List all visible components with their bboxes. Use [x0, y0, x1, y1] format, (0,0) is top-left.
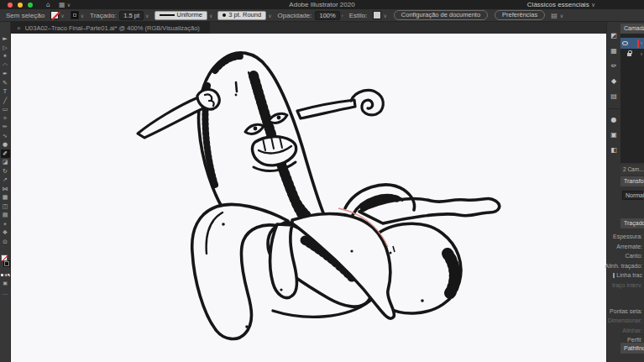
shaper-tool[interactable]: ✧ — [1, 114, 10, 123]
blend-mode-dropdown[interactable]: Normal — [622, 191, 643, 200]
selection-tool[interactable]: ► — [1, 34, 10, 44]
tab-transform[interactable]: Transformar — [620, 176, 644, 186]
paintbrush-tool[interactable]: ✐ — [1, 150, 10, 159]
fill-none-indicator[interactable] — [1, 254, 8, 261]
arrow-scale-label: Dimensionar: — [620, 316, 644, 326]
layer-color-bar — [637, 39, 639, 48]
fill-chevron-icon[interactable]: ∨ — [60, 13, 64, 18]
gradient-icon[interactable]: ▤ — [609, 91, 620, 102]
rotate-tool[interactable]: ↻ — [1, 167, 10, 176]
swatches-icon[interactable]: ▦ — [609, 45, 620, 56]
banana-character-artwork — [11, 34, 606, 362]
smooth-tool[interactable]: ∿ — [1, 132, 10, 141]
eyedropper-tool[interactable]: ⌖ — [1, 220, 10, 229]
titlebar: ⌂ ▦ ∨ Adobe Illustrator 2020 Clássicos e… — [0, 0, 644, 9]
home-icon[interactable]: ⌂ — [46, 0, 50, 9]
tab-pathfinder[interactable]: Pathfinder — [620, 343, 644, 354]
hand-tool[interactable]: ❖ — [1, 228, 10, 238]
touch-workspace-icon[interactable]: ▤ — [551, 12, 558, 19]
lock-icon[interactable] — [627, 53, 631, 56]
gradient-button[interactable] — [4, 274, 7, 276]
drawing-mode-icon[interactable]: ▣ — [0, 280, 10, 286]
opacity-chevron-icon[interactable]: › — [342, 13, 343, 18]
direct-selection-tool[interactable]: ▷ — [1, 44, 10, 53]
touch-workspace-chevron-icon: ∨ — [560, 13, 563, 18]
expand-layer-icon[interactable]: › — [641, 40, 642, 46]
pencil-tool[interactable]: ✏ — [1, 123, 10, 132]
width-tool[interactable]: ⋈ — [1, 185, 10, 194]
brush-definition-value: 3 pt. Round — [228, 11, 261, 19]
fill-swatch[interactable] — [50, 11, 59, 19]
stroke-weight-chevron-icon[interactable]: ∨ — [145, 13, 149, 18]
stroke-weight-field[interactable]: 1.5 pt — [119, 11, 144, 20]
width-profile-value: Uniforme — [177, 11, 202, 19]
appearance-icon[interactable]: ● — [609, 114, 620, 125]
zoom-window-button[interactable] — [28, 3, 33, 8]
magic-wand-tool[interactable]: ✶ — [1, 52, 10, 61]
stroke-align-label: Alinh. traçado: — [620, 261, 644, 271]
uniform-profile-icon — [160, 14, 175, 16]
dashed-line-label: Linha trac — [616, 270, 642, 281]
document-tab[interactable]: × U03A02–Traco Final–Parte01.ai* @ 400% … — [11, 22, 210, 34]
symbols-icon[interactable]: ◆ — [609, 76, 620, 87]
zoom-tool[interactable]: ⊙ — [1, 238, 10, 247]
none-button[interactable] — [8, 274, 10, 276]
free-transform-tool[interactable]: ▦ — [1, 193, 10, 202]
chevron-down-icon: ∨ — [591, 2, 595, 8]
line-segment-tool[interactable]: ╱ — [1, 97, 10, 106]
layer-row-locked[interactable]: › — [620, 49, 644, 60]
width-profile-dropdown[interactable]: Uniforme — [154, 11, 207, 20]
edit-toolbar-button[interactable]: … — [0, 290, 10, 296]
transparency-panel: Normal — [620, 188, 644, 217]
artboards-icon[interactable]: ▣ — [609, 129, 620, 140]
fill-stroke-indicator[interactable] — [0, 253, 11, 271]
workspace-name: Clássicos essenciais — [527, 1, 589, 8]
selection-status: Sem seleção — [6, 12, 45, 19]
expand-layer-icon[interactable]: › — [641, 51, 642, 57]
curvature-tool[interactable]: ✎ — [1, 79, 10, 88]
gradient-tool[interactable]: ▤ — [1, 211, 10, 220]
document-tab-title: U03A02–Traco Final–Parte01.ai* @ 400% (R… — [25, 24, 200, 32]
style-chevron-icon[interactable]: ∨ — [383, 13, 386, 18]
minimize-window-button[interactable] — [18, 3, 23, 8]
document-setup-button[interactable]: Configuração de documento — [394, 10, 488, 20]
close-window-button[interactable] — [8, 3, 13, 8]
canvas[interactable] — [11, 34, 606, 362]
eraser-tool[interactable]: ◪ — [1, 158, 10, 167]
brush-definition-dropdown[interactable]: 3 pt. Round — [217, 11, 266, 20]
control-bar: Sem seleção ∨ ∨ Traçado: 1.5 pt ∨ Unifor… — [0, 9, 644, 22]
opacity-field[interactable]: 100% — [315, 11, 339, 20]
style-swatch[interactable] — [373, 11, 381, 19]
scale-tool[interactable]: ↗ — [1, 176, 10, 185]
type-tool[interactable]: T — [1, 87, 10, 97]
asset-export-icon[interactable]: ◧ — [609, 144, 620, 155]
arrange-caret-icon: ∨ — [67, 0, 71, 9]
arrow-align-label: Alinhar: — [620, 326, 644, 336]
stroke-chevron-icon[interactable]: ∨ — [81, 13, 84, 18]
visibility-eye-icon[interactable] — [622, 41, 628, 45]
brushes-icon[interactable]: ✏ — [609, 60, 620, 71]
arrange-documents-icon[interactable]: ▦ — [59, 0, 65, 9]
rectangle-tool[interactable]: ▭ — [1, 105, 10, 114]
width-profile-chevron-icon[interactable]: ∨ — [209, 13, 212, 18]
shape-builder-tool[interactable]: ◫ — [1, 202, 10, 212]
color-mode-buttons — [0, 274, 10, 276]
blob-brush-tool[interactable]: ● — [1, 140, 10, 150]
preferences-button[interactable]: Preferências — [495, 10, 545, 20]
document-tab-bar: × U03A02–Traco Final–Parte01.ai* @ 400% … — [0, 22, 644, 34]
lasso-tool[interactable]: ◠ — [1, 61, 10, 71]
dashed-line-row: Linha trac — [620, 270, 644, 281]
tab-layers[interactable]: Camadas — [620, 24, 644, 34]
close-tab-icon[interactable]: × — [17, 24, 21, 32]
workspace-switcher[interactable]: Clássicos essenciais ∨ — [527, 0, 595, 9]
tab-stroke[interactable]: Traçado — [620, 218, 644, 228]
panel-dock: Camadas › › 2 Cam... Transformar Normal … — [620, 22, 644, 362]
stroke-swatch[interactable] — [71, 11, 79, 19]
color-button[interactable] — [1, 274, 3, 276]
brush-chevron-icon[interactable]: ∨ — [268, 13, 271, 18]
color-icon[interactable]: ◩ — [609, 30, 620, 41]
pen-tool[interactable]: ✒ — [1, 70, 10, 79]
dashed-line-checkbox[interactable] — [613, 273, 615, 278]
stroke-indicator[interactable] — [3, 260, 10, 267]
layer-row-selected[interactable]: › — [620, 38, 644, 49]
